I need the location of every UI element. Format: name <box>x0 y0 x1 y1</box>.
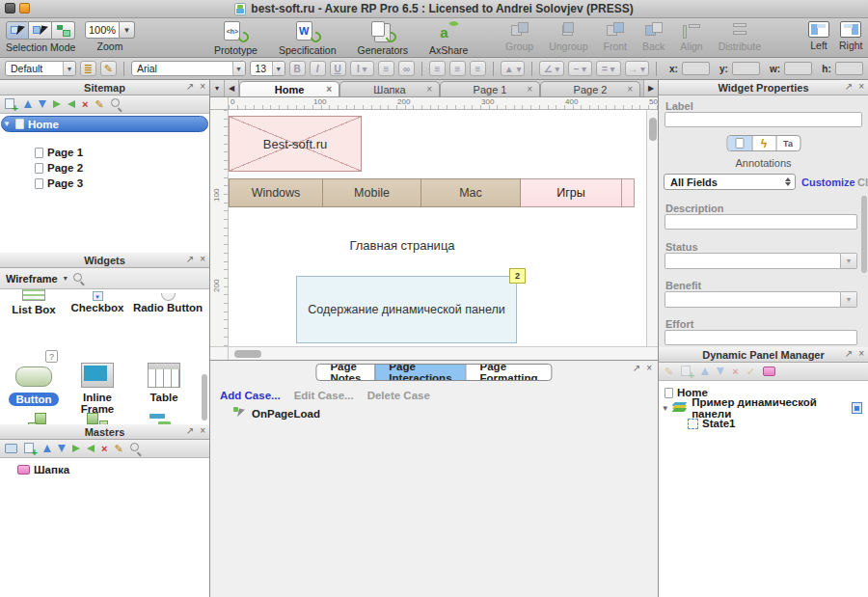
rename-state-button[interactable]: ✓ <box>746 366 755 377</box>
properties-scrollbar[interactable] <box>861 196 867 273</box>
h-input[interactable] <box>835 62 863 75</box>
link-button[interactable]: ∞ <box>398 61 415 76</box>
tab-close-icon[interactable]: × <box>326 84 332 95</box>
w-input[interactable] <box>784 62 812 75</box>
align-button[interactable]: Align <box>680 21 702 52</box>
front-button[interactable]: Front <box>603 21 627 52</box>
delete-state-button[interactable]: × <box>732 366 738 377</box>
widget-inline-frame[interactable]: Inline Frame <box>66 363 129 415</box>
select-mode-single-button[interactable] <box>6 21 29 40</box>
add-state-button[interactable]: + <box>681 366 693 378</box>
close-icon[interactable]: × <box>200 425 205 436</box>
edit-state-button[interactable]: ✎ <box>665 366 673 377</box>
style-editor-button[interactable]: ≣ <box>80 61 96 76</box>
dynamic-panel-icon-button[interactable] <box>763 366 775 376</box>
menu-cell-mobile[interactable]: Mobile <box>323 178 421 207</box>
widget-properties-header[interactable]: Widget Properties ↗ × <box>659 80 868 95</box>
bullet-list-button[interactable]: ≡ <box>378 61 394 76</box>
sitemap-item-page3[interactable]: Page 3 <box>35 176 209 191</box>
close-icon[interactable]: × <box>858 348 864 359</box>
menu-cell-windows[interactable]: Windows <box>229 178 323 207</box>
align-center-button[interactable]: ≡ <box>449 61 466 76</box>
formatting-tab-button[interactable]: Ta <box>775 136 800 150</box>
help-tooltip-badge[interactable]: ? <box>45 350 58 363</box>
outdent-button[interactable] <box>68 100 75 108</box>
fill-color-button[interactable]: ▲ ▾ <box>501 61 525 76</box>
rename-master-button[interactable]: ✎ <box>114 444 122 454</box>
canvas-vertical-scrollbar[interactable] <box>646 110 658 346</box>
axshare-button[interactable]: a AxShare <box>429 21 468 56</box>
window-badge-icon[interactable] <box>19 3 30 14</box>
collapse-icon[interactable]: ↗ <box>186 254 194 264</box>
sitemap-header[interactable]: Sitemap ↗ × <box>0 80 209 95</box>
move-down-button[interactable] <box>58 445 66 452</box>
zoom-dropdown-icon[interactable]: ▼ <box>120 21 135 39</box>
widgets-header[interactable]: Widgets ↗ × <box>0 253 209 268</box>
bold-button[interactable]: B <box>289 61 306 76</box>
connect-mode-button[interactable] <box>52 21 75 40</box>
tab-scroll-right[interactable]: ▶ <box>643 80 658 96</box>
add-case-link[interactable]: Add Case... <box>220 390 281 401</box>
font-color-button[interactable]: I ▾ <box>350 61 374 76</box>
dynamic-panel-widget[interactable]: Содержание динамической панели <box>296 276 517 343</box>
widget-menu-vertical[interactable] <box>66 413 129 424</box>
indent-button[interactable] <box>53 100 61 108</box>
widget-tree[interactable] <box>129 413 199 424</box>
select-mode-contained-button[interactable] <box>29 21 52 40</box>
masters-header[interactable]: Masters ↗ × <box>0 424 209 440</box>
close-icon[interactable]: × <box>858 81 864 92</box>
annotation-badge-2[interactable]: 2 <box>509 268 526 284</box>
right-panel-toggle-button[interactable]: Right <box>839 21 863 51</box>
interactions-tab-button[interactable]: ϟ <box>751 136 775 150</box>
left-panel-toggle-button[interactable]: Left <box>808 21 829 51</box>
library-select[interactable]: Wireframe <box>6 273 58 285</box>
arrow-style-button[interactable]: → ▾ <box>625 61 649 76</box>
close-icon[interactable]: × <box>646 363 652 373</box>
effort-input[interactable] <box>665 330 857 345</box>
add-folder-button[interactable] <box>5 444 17 453</box>
tree-expand-icon[interactable]: ▼ <box>661 404 669 413</box>
delete-master-button[interactable]: × <box>101 444 107 454</box>
tab-close-icon[interactable]: × <box>527 84 532 95</box>
dropdown-icon[interactable]: ▼ <box>63 62 75 75</box>
annotations-tab-button[interactable] <box>727 136 751 150</box>
tree-expand-icon[interactable]: ▼ <box>2 120 12 128</box>
rename-page-button[interactable]: ✎ <box>95 99 103 110</box>
y-input[interactable] <box>732 62 760 75</box>
widget-button[interactable]: Button <box>2 366 66 406</box>
style-preset-select[interactable]: Default ▼ <box>5 61 76 76</box>
tab-page-formatting[interactable]: Page Formatting <box>466 365 552 380</box>
close-icon[interactable]: × <box>200 254 205 264</box>
tab-shapka[interactable]: Шапка × <box>339 81 440 96</box>
widget-checkbox[interactable]: ▾ Checkbox <box>66 291 129 313</box>
scrollbar-thumb[interactable] <box>649 118 657 141</box>
tab-scroll-left[interactable]: ◀ <box>225 80 239 96</box>
zoom-value[interactable]: 100% <box>85 21 120 39</box>
ungroup-button[interactable]: Ungroup <box>549 21 587 52</box>
line-style-button[interactable]: = ▾ <box>596 61 620 76</box>
indent-button[interactable] <box>72 445 80 452</box>
specification-button[interactable]: W Specification <box>279 21 337 56</box>
add-master-button[interactable]: + <box>24 443 37 455</box>
sitemap-item-home[interactable]: ▼ Home <box>1 116 208 132</box>
underline-button[interactable]: U <box>330 61 346 76</box>
move-down-button[interactable] <box>39 100 46 108</box>
dropdown-icon[interactable]: ▼ <box>232 62 245 75</box>
generators-button[interactable]: Generators <box>358 21 409 56</box>
move-up-button[interactable] <box>24 100 32 108</box>
tab-page1[interactable]: Page 1 × <box>440 81 540 96</box>
line-color-button[interactable]: ∠ ▾ <box>539 61 563 76</box>
collapse-icon[interactable]: ↗ <box>186 81 194 92</box>
window-menu-icon[interactable] <box>5 3 15 14</box>
isolate-panel-toggle[interactable] <box>852 402 862 414</box>
menu-cell-partial[interactable] <box>622 178 635 207</box>
dpm-item-panel[interactable]: ▼ Пример динамической панели <box>661 400 868 416</box>
menu-bar-widget[interactable]: Windows Mobile Mac Игры <box>229 178 635 207</box>
collapse-icon[interactable]: ↗ <box>845 81 853 92</box>
search-icon[interactable] <box>111 98 122 110</box>
sitemap-item-page2[interactable]: Page 2 <box>35 160 209 176</box>
group-button[interactable]: Group <box>505 21 533 52</box>
align-right-button[interactable]: ≡ <box>470 61 486 76</box>
move-up-button[interactable] <box>701 367 709 375</box>
canvas-horizontal-scrollbar[interactable] <box>210 346 658 360</box>
